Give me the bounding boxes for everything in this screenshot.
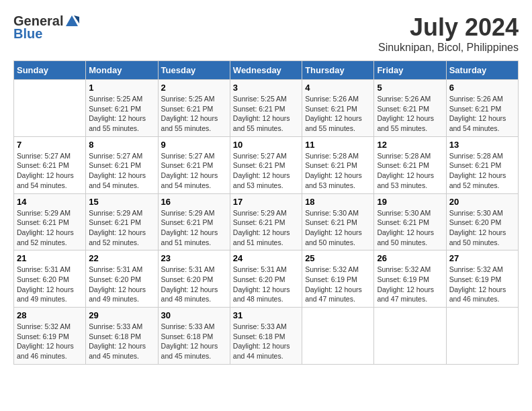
col-friday: Friday [374,61,446,80]
cell-content: Sunrise: 5:26 AM Sunset: 6:21 PM Dayligh… [449,94,515,134]
table-row: 11Sunrise: 5:28 AM Sunset: 6:21 PM Dayli… [302,136,374,193]
col-thursday: Thursday [302,61,374,80]
logo-icon [64,14,79,29]
cell-content: Sunrise: 5:25 AM Sunset: 6:21 PM Dayligh… [161,94,227,134]
day-number: 27 [449,253,515,263]
table-row: 2Sunrise: 5:25 AM Sunset: 6:21 PM Daylig… [158,80,230,137]
day-number: 5 [377,83,443,93]
cell-content: Sunrise: 5:29 AM Sunset: 6:21 PM Dayligh… [233,208,299,248]
table-row: 5Sunrise: 5:26 AM Sunset: 6:21 PM Daylig… [374,80,446,137]
day-number: 3 [233,83,299,93]
day-number: 31 [233,310,299,320]
cell-content: Sunrise: 5:31 AM Sunset: 6:20 PM Dayligh… [89,265,154,304]
day-number: 4 [305,83,371,93]
cell-content: Sunrise: 5:30 AM Sunset: 6:21 PM Dayligh… [377,208,443,248]
calendar-table: Sunday Monday Tuesday Wednesday Thursday… [13,60,519,365]
title-section: July 2024 Sinuknipan, Bicol, Philippines [378,13,519,54]
week-row-4: 21Sunrise: 5:31 AM Sunset: 6:20 PM Dayli… [14,250,519,308]
cell-content: Sunrise: 5:32 AM Sunset: 6:19 PM Dayligh… [377,265,443,304]
cell-content: Sunrise: 5:28 AM Sunset: 6:21 PM Dayligh… [449,151,515,191]
cell-content: Sunrise: 5:28 AM Sunset: 6:21 PM Dayligh… [305,151,371,191]
day-number: 18 [305,197,371,207]
day-number: 9 [161,140,227,150]
cell-content: Sunrise: 5:31 AM Sunset: 6:20 PM Dayligh… [233,265,299,304]
day-number: 15 [89,197,154,207]
table-row: 31Sunrise: 5:33 AM Sunset: 6:18 PM Dayli… [230,308,302,365]
table-row: 16Sunrise: 5:29 AM Sunset: 6:21 PM Dayli… [158,193,230,250]
table-row: 24Sunrise: 5:31 AM Sunset: 6:20 PM Dayli… [230,250,302,308]
day-number: 16 [161,197,227,207]
table-row: 1Sunrise: 5:25 AM Sunset: 6:21 PM Daylig… [86,80,158,137]
table-row: 9Sunrise: 5:27 AM Sunset: 6:21 PM Daylig… [158,136,230,193]
cell-content: Sunrise: 5:26 AM Sunset: 6:21 PM Dayligh… [377,94,443,134]
cell-content: Sunrise: 5:30 AM Sunset: 6:20 PM Dayligh… [449,208,515,248]
day-number: 8 [89,140,154,150]
cell-content: Sunrise: 5:25 AM Sunset: 6:21 PM Dayligh… [233,94,299,134]
day-number: 30 [161,310,227,320]
day-number: 22 [89,253,154,263]
day-number: 14 [17,197,83,207]
week-row-2: 7Sunrise: 5:27 AM Sunset: 6:21 PM Daylig… [14,136,519,193]
table-row [14,80,86,137]
day-number: 2 [161,83,227,93]
location: Sinuknipan, Bicol, Philippines [378,42,519,54]
day-number: 1 [89,83,154,93]
cell-content: Sunrise: 5:32 AM Sunset: 6:19 PM Dayligh… [17,322,83,361]
table-row [302,308,374,365]
cell-content: Sunrise: 5:33 AM Sunset: 6:18 PM Dayligh… [233,322,299,361]
cell-content: Sunrise: 5:31 AM Sunset: 6:20 PM Dayligh… [17,265,83,304]
week-row-3: 14Sunrise: 5:29 AM Sunset: 6:21 PM Dayli… [14,193,519,250]
cell-content: Sunrise: 5:25 AM Sunset: 6:21 PM Dayligh… [89,94,154,134]
table-row: 12Sunrise: 5:28 AM Sunset: 6:21 PM Dayli… [374,136,446,193]
day-number: 12 [377,140,443,150]
table-row: 20Sunrise: 5:30 AM Sunset: 6:20 PM Dayli… [446,193,518,250]
col-saturday: Saturday [446,61,518,80]
header-row: Sunday Monday Tuesday Wednesday Thursday… [14,61,519,80]
cell-content: Sunrise: 5:30 AM Sunset: 6:21 PM Dayligh… [305,208,371,248]
week-row-5: 28Sunrise: 5:32 AM Sunset: 6:19 PM Dayli… [14,308,519,365]
table-row: 23Sunrise: 5:31 AM Sunset: 6:20 PM Dayli… [158,250,230,308]
table-row: 8Sunrise: 5:27 AM Sunset: 6:21 PM Daylig… [86,136,158,193]
col-tuesday: Tuesday [158,61,230,80]
day-number: 17 [233,197,299,207]
day-number: 25 [305,253,371,263]
cell-content: Sunrise: 5:26 AM Sunset: 6:21 PM Dayligh… [305,94,371,134]
table-row: 6Sunrise: 5:26 AM Sunset: 6:21 PM Daylig… [446,80,518,137]
cell-content: Sunrise: 5:27 AM Sunset: 6:21 PM Dayligh… [89,151,154,191]
table-row: 14Sunrise: 5:29 AM Sunset: 6:21 PM Dayli… [14,193,86,250]
table-row: 3Sunrise: 5:25 AM Sunset: 6:21 PM Daylig… [230,80,302,137]
table-row: 7Sunrise: 5:27 AM Sunset: 6:21 PM Daylig… [14,136,86,193]
logo: General Blue [13,13,79,42]
cell-content: Sunrise: 5:31 AM Sunset: 6:20 PM Dayligh… [161,265,227,304]
day-number: 20 [449,197,515,207]
table-row: 19Sunrise: 5:30 AM Sunset: 6:21 PM Dayli… [374,193,446,250]
day-number: 11 [305,140,371,150]
cell-content: Sunrise: 5:29 AM Sunset: 6:21 PM Dayligh… [161,208,227,248]
table-row: 22Sunrise: 5:31 AM Sunset: 6:20 PM Dayli… [86,250,158,308]
cell-content: Sunrise: 5:27 AM Sunset: 6:21 PM Dayligh… [161,151,227,191]
table-row: 4Sunrise: 5:26 AM Sunset: 6:21 PM Daylig… [302,80,374,137]
table-row: 21Sunrise: 5:31 AM Sunset: 6:20 PM Dayli… [14,250,86,308]
day-number: 26 [377,253,443,263]
day-number: 6 [449,83,515,93]
logo-blue: Blue [13,26,42,42]
col-wednesday: Wednesday [230,61,302,80]
day-number: 13 [449,140,515,150]
day-number: 19 [377,197,443,207]
table-row: 28Sunrise: 5:32 AM Sunset: 6:19 PM Dayli… [14,308,86,365]
day-number: 29 [89,310,154,320]
col-monday: Monday [86,61,158,80]
cell-content: Sunrise: 5:32 AM Sunset: 6:19 PM Dayligh… [449,265,515,304]
cell-content: Sunrise: 5:27 AM Sunset: 6:21 PM Dayligh… [233,151,299,191]
month-year: July 2024 [378,13,519,42]
table-row: 13Sunrise: 5:28 AM Sunset: 6:21 PM Dayli… [446,136,518,193]
cell-content: Sunrise: 5:27 AM Sunset: 6:21 PM Dayligh… [17,151,83,191]
day-number: 24 [233,253,299,263]
day-number: 7 [17,140,83,150]
header: General Blue July 2024 Sinuknipan, Bicol… [13,13,519,54]
table-row: 29Sunrise: 5:33 AM Sunset: 6:18 PM Dayli… [86,308,158,365]
cell-content: Sunrise: 5:29 AM Sunset: 6:21 PM Dayligh… [89,208,154,248]
day-number: 28 [17,310,83,320]
cell-content: Sunrise: 5:29 AM Sunset: 6:21 PM Dayligh… [17,208,83,248]
table-row: 15Sunrise: 5:29 AM Sunset: 6:21 PM Dayli… [86,193,158,250]
